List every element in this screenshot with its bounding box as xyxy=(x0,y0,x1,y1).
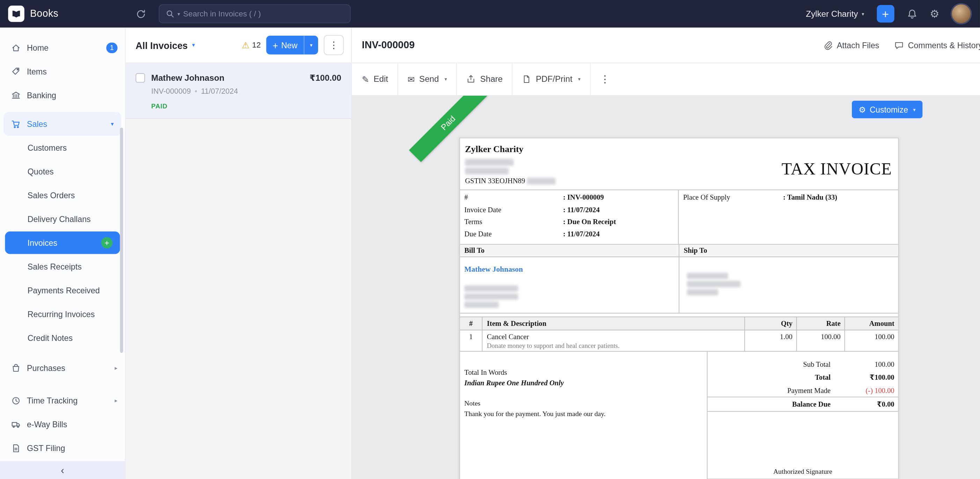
invoice-checkbox[interactable] xyxy=(135,73,145,82)
bill-to-customer-link[interactable]: Mathew Johnason xyxy=(465,265,523,274)
sidebar-item-credit-notes[interactable]: Credit Notes xyxy=(0,326,125,350)
recent-history-icon[interactable] xyxy=(135,8,146,19)
send-button[interactable]: ✉ Send ▾ xyxy=(398,63,457,96)
home-badge: 1 xyxy=(106,42,117,53)
invoice-preview-area: Paid ⚙ Customize ▾ Zylker Charity GSTIN … xyxy=(352,96,980,479)
org-name: Zylker Charity xyxy=(806,9,858,19)
redacted-address-line xyxy=(465,159,514,166)
sidebar-item-label: Time Tracking xyxy=(27,396,78,405)
item-name: Cancel Cancer xyxy=(487,333,744,340)
invoice-list-item[interactable]: Mathew Johnason ₹100.00 INV-000009 • 11/… xyxy=(126,63,352,119)
sidebar-item-delivery-challans[interactable]: Delivery Challans xyxy=(0,207,125,231)
sidebar-item-home[interactable]: Home 1 xyxy=(0,36,125,59)
sidebar-item-invoices[interactable]: Invoices + xyxy=(5,232,120,254)
user-avatar[interactable] xyxy=(952,5,970,24)
bill-ship-header: Bill To Ship To xyxy=(460,245,898,257)
meta-label: # xyxy=(465,193,563,201)
invoice-document: Zylker Charity GSTIN 33EOJHN89 TAX INVOI… xyxy=(459,138,899,479)
org-switcher[interactable]: Zylker Charity ▾ xyxy=(806,9,864,19)
item-description: Donate money to support and heal cancer … xyxy=(487,342,744,349)
sidebar-item-purchases[interactable]: Purchases ▸ xyxy=(0,356,125,380)
edit-button[interactable]: ✎ Edit xyxy=(362,63,398,96)
sidebar-scrollbar[interactable] xyxy=(120,128,123,353)
list-title: All Invoices xyxy=(135,40,188,50)
meta-label: Invoice Date xyxy=(465,206,563,213)
sidebar-item-payments-received[interactable]: Payments Received xyxy=(0,278,125,302)
sidebar-item-sales[interactable]: Sales ▾ xyxy=(4,112,121,136)
gstin-text: GSTIN 33EOJHN89 xyxy=(465,177,525,184)
customize-label: Customize xyxy=(870,105,908,114)
gstin-line: GSTIN 33EOJHN89 xyxy=(465,177,556,184)
item-amount: 100.00 xyxy=(845,331,898,351)
search-scope-caret-icon[interactable]: ▾ xyxy=(177,11,180,16)
new-button-label: New xyxy=(281,40,298,49)
chevron-left-icon: ‹ xyxy=(61,465,64,475)
item-rate: 100.00 xyxy=(796,331,845,351)
list-filter-dropdown[interactable]: All Invoices ▾ xyxy=(135,40,195,50)
customize-button[interactable]: ⚙ Customize ▾ xyxy=(852,101,923,118)
sidebar-item-sales-orders[interactable]: Sales Orders xyxy=(0,183,125,207)
redacted-address-line xyxy=(687,281,741,287)
sidebar-item-label: Sales Receipts xyxy=(28,262,82,271)
sidebar-item-sales-receipts[interactable]: Sales Receipts xyxy=(0,254,125,278)
chevron-right-icon: ▸ xyxy=(115,397,117,404)
settings-gear-icon[interactable]: ⚙ xyxy=(930,7,939,21)
notes-label: Notes xyxy=(465,399,480,407)
redacted-address-line xyxy=(465,293,518,300)
detail-header: INV-000009 Attach Files Comments & Histo… xyxy=(352,28,980,63)
sidebar-item-gst-filing[interactable]: GST Filing xyxy=(0,436,125,460)
global-search[interactable]: ▾ xyxy=(159,5,351,24)
more-menu-button[interactable]: ⋮ xyxy=(590,63,619,96)
sidebar-item-label: Invoices xyxy=(28,238,57,247)
pdf-document-icon xyxy=(522,75,531,84)
page-title: INV-000009 xyxy=(362,40,415,51)
redacted-gstin xyxy=(527,177,556,184)
total-in-words: Indian Rupee One Hundred Only xyxy=(465,379,564,386)
sidebar-item-label: Credit Notes xyxy=(28,333,73,343)
attach-files-label: Attach Files xyxy=(837,41,880,50)
invoice-org-name: Zylker Charity xyxy=(465,144,523,155)
new-invoice-dropdown-caret[interactable]: ▾ xyxy=(304,36,318,54)
sidebar-item-time-tracking[interactable]: Time Tracking ▸ xyxy=(0,388,125,412)
sidebar-collapse-button[interactable]: ‹ xyxy=(0,461,125,479)
app-logo[interactable]: Books xyxy=(0,6,126,22)
notifications-icon[interactable] xyxy=(907,8,917,19)
pdf-print-button[interactable]: PDF/Print ▾ xyxy=(513,63,590,96)
topbar-right: Zylker Charity ▾ + ⚙ xyxy=(806,5,980,24)
share-button[interactable]: Share xyxy=(457,63,512,96)
sidebar-item-items[interactable]: Items xyxy=(0,59,125,83)
items-table-row: 1 Cancel Cancer Donate money to support … xyxy=(460,331,898,352)
chevron-down-icon: ▾ xyxy=(192,42,195,48)
item-num: 1 xyxy=(460,331,482,351)
sidebar-item-recurring-invoices[interactable]: Recurring Invoices xyxy=(0,302,125,326)
redacted-address-line xyxy=(465,168,509,175)
chevron-right-icon: ▸ xyxy=(115,365,117,371)
redacted-address-line xyxy=(465,285,518,292)
sidebar-item-eway-bills[interactable]: e-Way Bills xyxy=(0,412,125,436)
search-input[interactable] xyxy=(183,10,344,18)
list-more-menu-button[interactable]: ⋮ xyxy=(324,35,344,55)
invoice-list-header: All Invoices ▾ ⚠ 12 +New ▾ ⋮ xyxy=(126,28,352,63)
comments-history-button[interactable]: Comments & History xyxy=(894,41,980,50)
edit-label: Edit xyxy=(374,75,388,84)
chevron-down-icon: ▾ xyxy=(913,107,915,112)
sidebar: Home 1 Items Banking Sales ▾ Customers Q… xyxy=(0,28,126,479)
sidebar-item-customers[interactable]: Customers xyxy=(0,136,125,160)
sidebar-item-banking[interactable]: Banking xyxy=(0,83,125,107)
dot-separator: • xyxy=(194,87,197,96)
place-of-supply-value: : Tamil Nadu (33) xyxy=(783,193,837,201)
sidebar-item-label: Sales xyxy=(27,119,47,129)
new-invoice-button[interactable]: +New ▾ xyxy=(266,36,318,54)
zoho-books-logo-icon xyxy=(8,6,24,22)
sidebar-item-label: Purchases xyxy=(27,363,65,373)
meta-label: Terms xyxy=(465,218,563,225)
sidebar-item-quotes[interactable]: Quotes xyxy=(0,160,125,183)
bill-to-label: Bill To xyxy=(465,246,485,254)
customer-name: Mathew Johnason xyxy=(151,73,224,82)
warning-indicator[interactable]: ⚠ 12 xyxy=(242,40,261,50)
attach-files-button[interactable]: Attach Files xyxy=(823,41,880,50)
search-icon xyxy=(165,10,174,18)
quick-add-invoice-icon[interactable]: + xyxy=(101,237,113,248)
envelope-icon: ✉ xyxy=(407,74,415,84)
quick-create-button[interactable]: + xyxy=(877,5,894,22)
